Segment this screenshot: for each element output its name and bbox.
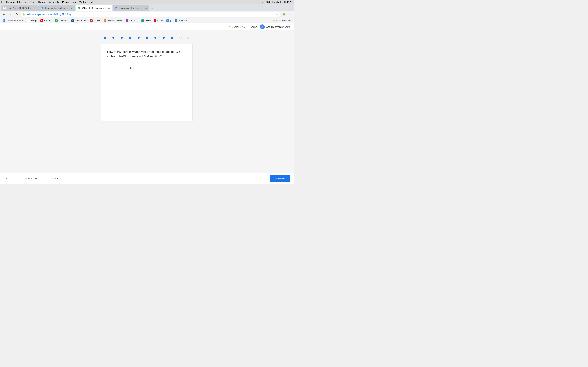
progress-dots-svg (102, 36, 192, 40)
bookmark-world-map-favicon: 🌍 (55, 19, 58, 22)
tab-bar: M Inbox (3) - id23061@stu.aise... ✕ C Co… (0, 4, 294, 11)
bookmark-star-icon[interactable]: ☆ (276, 13, 278, 16)
bookmark-chem-favicon: C (141, 19, 144, 22)
nav-divider-2 (44, 176, 44, 181)
bookmark-powerschool[interactable]: sis PowerSchool (70, 18, 88, 23)
answer-unit: liters (130, 67, 136, 70)
bookmark-netflix[interactable]: N Netflix (153, 18, 164, 23)
help-button[interactable]: ? HELP (47, 176, 60, 181)
locale-indicator: U.S. (266, 1, 270, 3)
app-bar: ★ Score: 27.5 Apps A Abdulrahman Shehata (0, 23, 294, 30)
tab-asupd-label: <ASUPD.v3> Concentration P... (82, 7, 106, 9)
bookmark-aise-label: AISE Dashboard (107, 19, 122, 22)
menu-bar-right: 5% U.S. Tue Mar 2 7 30 32 PM (262, 1, 293, 3)
svg-point-0 (104, 37, 106, 39)
tab-brainly-close[interactable]: ✕ (145, 7, 147, 9)
bookmark-chem[interactable]: C CHEM (140, 18, 152, 23)
bookmark-google-label: Google (31, 19, 37, 22)
bookmark-aise-favicon: A (104, 19, 106, 22)
bookmark-school[interactable]: S SCHOOL (173, 18, 189, 23)
bookmark-turnitin[interactable]: T Turnitin (89, 18, 102, 23)
tab-concentration[interactable]: C Concentration Problem Set ✕ (38, 5, 75, 11)
next-button[interactable]: › (10, 175, 17, 182)
svg-point-2 (121, 37, 123, 39)
answer-input[interactable] (107, 66, 128, 71)
user-button[interactable]: A Abdulrahman Shehata (260, 25, 291, 29)
svg-point-5 (146, 37, 148, 39)
history-button[interactable]: ↻ HISTORY (23, 176, 41, 181)
bookmark-powerschool-favicon: sis (71, 19, 74, 22)
menu-view[interactable]: View (30, 1, 35, 3)
bookmark-powerschool-label: PowerSchool (75, 19, 87, 22)
tab-asupd-close[interactable]: ✕ (107, 7, 110, 9)
bookmark-youtube[interactable]: ▶ YouTube (39, 18, 53, 23)
menu-bookmarks[interactable]: Bookmarks (48, 1, 60, 3)
bookmark-sara-favicon: s (126, 19, 128, 22)
bookmark-chrome-web-store[interactable]: C Chrome Web Store (1, 18, 26, 23)
submit-button[interactable]: SUBMIT (270, 175, 291, 182)
address-bar[interactable]: 🔒 aelp.smartsparrow.com/v/v9khhzgi/f2u3i… (20, 12, 280, 17)
menu-tab[interactable]: Tab (72, 1, 76, 3)
score-label: Score: (232, 25, 239, 28)
url-text: aelp.smartsparrow.com/v/v9khhzgi/f2u3i8z… (26, 13, 274, 16)
question-card: How many liters of water would you need … (102, 44, 192, 121)
bookmark-gc[interactable]: gc gc (165, 18, 173, 23)
menu-help[interactable]: Help (89, 1, 94, 3)
bookmark-turnitin-favicon: T (90, 19, 93, 22)
extensions-button[interactable]: 🧩 (281, 12, 287, 17)
forward-button[interactable]: → (8, 12, 13, 17)
svg-point-3 (129, 37, 131, 39)
prev-button[interactable]: ‹ (3, 175, 10, 182)
bookmarks-folder-icon: 📁 (273, 19, 276, 22)
bottom-navigation: ‹ › ↻ HISTORY ? HELP SUBMIT (0, 173, 294, 184)
nav-arrows: ‹ › (3, 175, 17, 182)
score-star-icon: ★ (228, 25, 231, 28)
tab-asupd-favicon: A (78, 7, 80, 9)
bookmark-netflix-favicon: N (154, 19, 156, 22)
menu-history[interactable]: History (38, 1, 45, 3)
bookmark-chrome-web-store-label: Chrome Web Store (6, 19, 24, 22)
bookmark-gc-favicon: gc (166, 19, 169, 22)
tab-gmail-close[interactable]: ✕ (33, 7, 36, 9)
reload-button[interactable]: ↻ (14, 12, 20, 17)
tab-gmail-favicon: M (3, 7, 6, 9)
menu-chrome[interactable]: Chrome (6, 1, 15, 3)
bookmark-youtube-label: YouTube (44, 19, 52, 22)
user-name: Abdulrahman Shehata (266, 25, 291, 28)
apps-button[interactable]: Apps (248, 25, 257, 28)
apps-grid-icon (248, 25, 251, 28)
svg-point-7 (163, 37, 165, 39)
bookmark-chem-label: CHEM (145, 19, 151, 22)
nav-bar: ← → ↻ 🔒 aelp.smartsparrow.com/v/v9khhzgi… (0, 11, 294, 18)
new-tab-button[interactable]: + (150, 6, 155, 11)
tab-asupd[interactable]: A <ASUPD.v3> Concentration P... ✕ (76, 5, 112, 11)
bookmark-sara[interactable]: s sara and i (124, 18, 140, 23)
bookmark-aise[interactable]: A AISE Dashboard (102, 18, 124, 23)
history-label: HISTORY (28, 177, 39, 180)
tab-concentration-close[interactable]: ✕ (70, 7, 73, 9)
bookmark-gc-label: gc (170, 19, 172, 22)
apple-menu[interactable]:  (1, 0, 2, 4)
menu-file[interactable]: File (17, 1, 21, 3)
menu-edit[interactable]: Edit (24, 1, 28, 3)
svg-point-1 (112, 37, 114, 39)
bookmark-netflix-label: Netflix (157, 19, 163, 22)
menu-window[interactable]: Window (78, 1, 87, 3)
other-bookmarks-button[interactable]: 📁 Other Bookmarks (273, 19, 293, 22)
tab-concentration-favicon: C (41, 7, 43, 9)
tab-brainly[interactable]: B Brainly.com - For students. By... ✕ (113, 5, 149, 11)
back-button[interactable]: ← (1, 12, 7, 17)
tab-brainly-favicon: B (115, 7, 117, 9)
bookmark-world-map[interactable]: 🌍 world map (54, 18, 69, 23)
nav-right-controls: 🧩 ⋮ (281, 12, 293, 17)
score-display: ★ Score: 27.5 (228, 25, 245, 28)
tab-brainly-label: Brainly.com - For students. By... (119, 7, 143, 9)
bookmark-school-label: SCHOOL (178, 19, 187, 22)
bookmark-google[interactable]: G Google (26, 18, 39, 23)
tab-gmail[interactable]: M Inbox (3) - id23061@stu.aise... ✕ (1, 5, 38, 11)
chrome-menu-button[interactable]: ⋮ (287, 12, 293, 17)
menu-people[interactable]: People (62, 1, 69, 3)
main-area: How many liters of water would you need … (0, 30, 294, 184)
bookmark-turnitin-label: Turnitin (94, 19, 100, 22)
svg-point-6 (154, 37, 156, 39)
